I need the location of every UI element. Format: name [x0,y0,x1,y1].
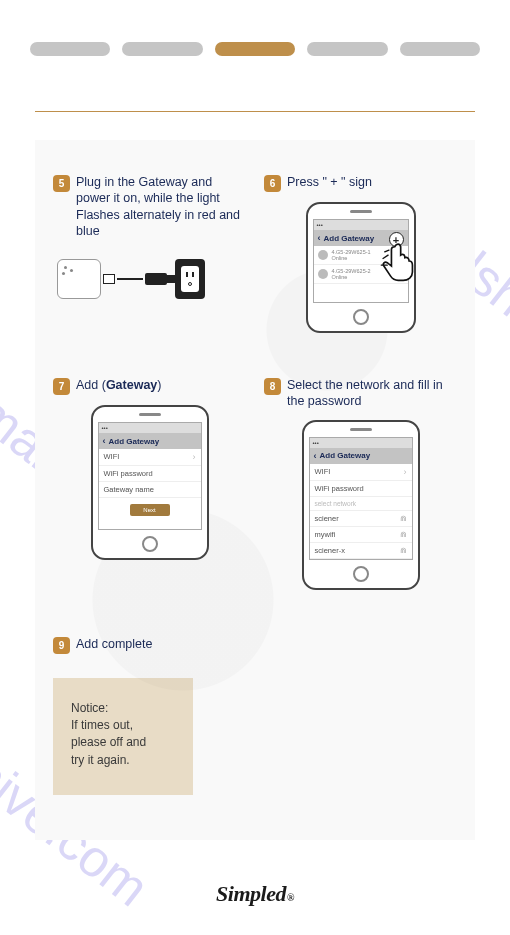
screen-title: Add Gateway [324,234,375,243]
pill-1[interactable] [30,42,110,56]
list-item-sub: Online [332,274,371,280]
screen-title: Add Gateway [320,451,371,460]
usb-plug-icon [103,274,115,284]
network-item: sciener [315,514,339,523]
back-icon: ‹ [314,451,317,461]
chevron-right-icon: › [193,452,196,462]
section-label: select network [315,500,357,507]
avatar-icon [318,269,328,279]
step-title: Add complete [76,636,152,652]
gateway-plug-diagram [53,259,246,299]
step-title: Plug in the Gateway and power it on, whi… [76,174,246,239]
field-label: Gateway name [104,485,154,494]
phone-mockup: ••• ‹ Add Gateway WIFI› WiFi password Ga… [91,405,209,560]
pill-3-active[interactable] [215,42,295,56]
chevron-right-icon: › [404,467,407,477]
step-title: Add (Gateway) [76,377,161,393]
phone-mockup: ••• ‹ Add Gateway + 4.G5-29W625-1 Online [306,202,416,333]
wall-outlet-icon [175,259,205,299]
home-button-icon [353,309,369,325]
gateway-icon [57,259,101,299]
pill-5[interactable] [400,42,480,56]
step-8: 8 Select the network and fill in the pas… [264,377,457,590]
home-button-icon [353,566,369,582]
step-7: 7 Add (Gateway) ••• ‹ Add Gateway WIFI› [53,377,246,590]
notice-line: please off and [71,734,175,751]
power-plug-icon [145,273,167,285]
step-badge: 5 [53,175,70,192]
wifi-icon: ⋒ [400,530,407,539]
tab-pills [0,0,510,56]
home-button-icon [142,536,158,552]
back-icon: ‹ [103,436,106,446]
brand-logo: Simpled® [0,881,510,907]
step-title: Press " + " sign [287,174,372,190]
step-9: 9 Add complete Notice: If times out, ple… [53,636,457,796]
step-badge: 6 [264,175,281,192]
avatar-icon [318,250,328,260]
wifi-icon: ⋒ [400,546,407,555]
list-item-sub: Online [332,255,371,261]
next-button: Next [130,504,170,516]
notice-line: try it again. [71,752,175,769]
screen-title: Add Gateway [109,437,160,446]
notice-line: If times out, [71,717,175,734]
step-badge: 9 [53,637,70,654]
pill-2[interactable] [122,42,202,56]
wifi-icon: ⋒ [400,514,407,523]
divider [35,111,475,112]
field-label: WiFi password [315,484,364,493]
step-badge: 7 [53,378,70,395]
hand-pointer-icon [378,240,420,282]
field-label: WIFI [315,467,331,477]
step-title: Select the network and fill in the passw… [287,377,457,410]
network-item: mywifi [315,530,336,539]
notice-box: Notice: If times out, please off and try… [53,678,193,796]
network-item: sciener-x [315,546,345,555]
cable-icon [117,278,143,280]
step-5: 5 Plug in the Gateway and power it on, w… [53,174,246,333]
notice-heading: Notice: [71,700,175,717]
field-label: WiFi password [104,469,153,478]
back-icon: ‹ [318,233,321,243]
field-label: WIFI [104,452,120,462]
step-badge: 8 [264,378,281,395]
phone-mockup: ••• ‹ Add Gateway WIFI› WiFi password se… [302,420,420,590]
step-6: 6 Press " + " sign ••• ‹ Add Gateway + [264,174,457,333]
pill-4[interactable] [307,42,387,56]
instructions-panel: 5 Plug in the Gateway and power it on, w… [35,140,475,840]
